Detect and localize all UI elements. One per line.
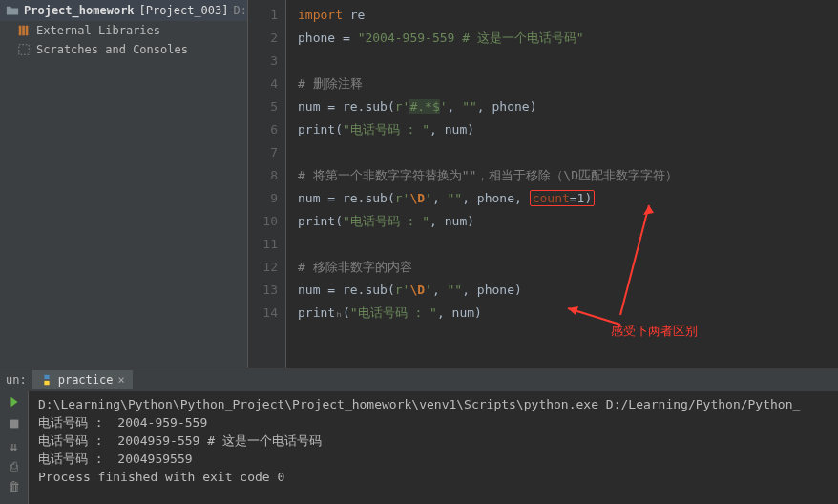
rerun-icon[interactable] [8,395,21,411]
external-libraries[interactable]: External Libraries [0,21,247,40]
code-area[interactable]: import re phone = "2004-959-559 # 这是一个电话… [286,0,838,368]
scratches-label: Scratches and Consoles [36,43,188,56]
project-root[interactable]: Project_homework [Project_003] D:\Lear [0,0,247,21]
project-sidebar: Project_homework [Project_003] D:\Lear E… [0,0,248,368]
run-panel: un: practice × ⇊ ⎙ 🗑 D:\Learning\Python\… [0,368,838,504]
python-icon [40,373,53,387]
print-icon[interactable]: ⎙ [10,459,18,473]
down-icon[interactable]: ⇊ [10,439,18,453]
svg-rect-0 [19,45,30,55]
run-tabs: un: practice × [0,368,838,391]
line-gutter: 123 456 789 101112 1314 [248,0,286,368]
code-editor[interactable]: 123 456 789 101112 1314 import re phone … [248,0,838,368]
run-tab-practice[interactable]: practice × [32,370,133,389]
close-icon[interactable]: × [117,373,124,387]
stop-icon[interactable] [8,417,21,433]
library-icon [17,24,31,37]
folder-icon [6,4,19,17]
ext-lib-label: External Libraries [36,24,160,37]
count-highlight: count=1) [530,190,596,206]
scratch-icon [17,43,31,56]
run-label: un: [0,373,32,387]
project-module: [Project_003] [139,4,229,17]
project-name: Project_homework [24,4,135,17]
svg-rect-5 [10,420,18,429]
scratches-consoles[interactable]: Scratches and Consoles [0,40,247,59]
run-toolbar: ⇊ ⎙ 🗑 [0,391,29,504]
console-output[interactable]: D:\Learning\Python\Python_Project\Projec… [29,391,838,504]
trash-icon[interactable]: 🗑 [8,479,20,494]
annotation-text: 感受下两者区别 [611,320,698,343]
